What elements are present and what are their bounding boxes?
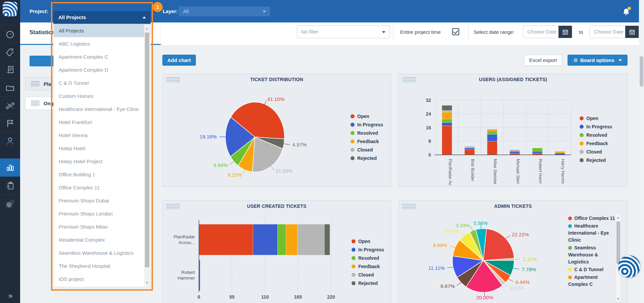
project-option[interactable]: Hotel Vienna (54, 129, 150, 142)
bar-segment[interactable] (442, 105, 452, 110)
sidebar-item-dashboard[interactable] (0, 25, 20, 43)
scroll-up-icon[interactable]: ▲ (616, 216, 620, 219)
notifications-bell-button[interactable] (622, 6, 632, 17)
project-option[interactable]: The Shepherd Hospital (54, 259, 150, 272)
project-option[interactable]: Hotel Frankfurt (54, 116, 150, 129)
dropdown-scrollbar[interactable]: ▲ ▼ (144, 24, 150, 287)
x-tick-label: 165 (294, 294, 302, 300)
x-tick-label: 0 (198, 294, 200, 300)
project-option[interactable]: C & D Tunnel (54, 76, 150, 89)
layer-select[interactable]: All (179, 6, 270, 16)
sidebar-item-plans[interactable] (0, 96, 20, 114)
bar-segment[interactable] (253, 224, 277, 255)
pie-percent-label: 20.00% (476, 295, 493, 300)
bar-segment[interactable] (487, 129, 497, 131)
project-option[interactable]: Residential Complex (54, 233, 150, 246)
sidebar-item-export[interactable] (0, 177, 20, 194)
bar-segment[interactable] (286, 224, 298, 255)
planradar-floating-logo[interactable] (618, 255, 640, 278)
legend-scrollbar-thumb[interactable] (616, 222, 620, 264)
bar-segment[interactable] (442, 126, 452, 155)
project-option[interactable]: Apartment Complex C (54, 50, 150, 63)
bar-segment[interactable] (487, 141, 497, 155)
sidebar-item-flags[interactable] (0, 114, 20, 132)
gear-icon: ⚙ (573, 57, 578, 63)
sidebar-item-settings[interactable] (0, 194, 20, 213)
x-category-label: Mike Steinbe (493, 159, 498, 184)
project-option[interactable]: Hotep Hotel Project (54, 155, 150, 168)
sidebar-item-users[interactable] (0, 132, 20, 150)
bar-segment[interactable] (532, 148, 542, 152)
bar-segment[interactable] (465, 150, 475, 155)
project-option[interactable]: Apartment Complex D (54, 63, 150, 76)
bar-segment[interactable] (465, 148, 475, 150)
project-option[interactable]: iOS project (54, 272, 150, 286)
project-option[interactable]: Healthcare International - Eye Clinic (54, 103, 150, 116)
pie-slice[interactable] (483, 229, 514, 261)
project-option[interactable]: Custom Homes (54, 89, 150, 103)
bar-segment[interactable] (555, 153, 565, 155)
bar-segment[interactable] (555, 152, 565, 153)
project-select-value: All Projects (58, 14, 86, 20)
calendar-button[interactable] (558, 26, 572, 38)
project-option[interactable]: Hotep Hotel (54, 142, 150, 155)
project-option[interactable]: Seamless Warehouse & Logistics (54, 246, 150, 259)
legend-dot-icon (580, 158, 584, 162)
page-scrollbar-thumb[interactable] (640, 56, 643, 86)
scroll-down-icon[interactable]: ▼ (616, 297, 620, 301)
date-to-input[interactable]: Choose Date (590, 25, 639, 38)
pie-percent-label: 6.67% (441, 283, 455, 289)
bar-segment[interactable] (442, 122, 452, 126)
bar-segment[interactable] (510, 152, 520, 153)
add-chart-button[interactable]: Add chart (162, 55, 196, 66)
project-select[interactable]: All Projects (53, 11, 151, 24)
bar-segment[interactable] (324, 224, 330, 255)
date-from-input[interactable]: Choose Date (523, 25, 572, 38)
bar-segment[interactable] (298, 224, 325, 255)
bar-segment[interactable] (442, 111, 452, 112)
board-options-button[interactable]: ⚙Board options (568, 55, 628, 66)
bar-segment[interactable] (487, 134, 497, 141)
dropdown-scrollbar-thumb[interactable] (145, 33, 149, 267)
project-option[interactable]: Premium Shops Dubai (54, 194, 150, 207)
bar-segment[interactable] (532, 152, 542, 153)
project-option[interactable]: ABC Logistics (54, 37, 150, 50)
project-option[interactable]: All Projects (54, 24, 150, 37)
sidebar: » (0, 0, 20, 303)
project-option[interactable]: Premium Shops Milan (54, 220, 150, 233)
sidebar-item-projects[interactable] (0, 78, 20, 97)
drag-handle-icon[interactable] (31, 81, 40, 86)
sidebar-item-reports[interactable] (0, 61, 20, 79)
pie-label-leader (513, 259, 520, 259)
drag-handle-icon[interactable] (31, 101, 40, 106)
bar-segment[interactable] (510, 153, 520, 155)
bar-segment[interactable] (278, 224, 286, 255)
calendar-button[interactable] (625, 26, 639, 38)
project-option[interactable]: Premium Shops London (54, 207, 150, 220)
pie-label-leader (457, 282, 462, 285)
planradar-logo[interactable] (3, 2, 17, 16)
excel-export-button[interactable]: Excel export (524, 55, 562, 66)
pie-label-leader (230, 161, 235, 165)
bar-segment[interactable] (465, 146, 475, 148)
bar-segment[interactable] (487, 131, 497, 134)
sidebar-collapse-button[interactable]: » (0, 292, 20, 300)
entire-project-time-checkbox[interactable] (452, 28, 459, 35)
bar-chart-icon (5, 163, 15, 172)
bar-segment[interactable] (442, 112, 452, 119)
filter-select[interactable]: No filter (297, 25, 390, 38)
legend-dot-icon (568, 224, 572, 228)
project-option[interactable]: Office Building 1 (54, 168, 150, 181)
pie-label-leader (270, 166, 274, 170)
bar-segment[interactable] (442, 119, 452, 122)
bar-segment[interactable] (532, 153, 542, 155)
scroll-down-icon[interactable]: ▼ (144, 281, 150, 285)
scroll-up-icon[interactable]: ▲ (144, 26, 150, 30)
sidebar-item-statistics[interactable] (0, 159, 20, 177)
bar-segment[interactable] (510, 150, 520, 152)
legend-scrollbar[interactable] (616, 215, 621, 301)
bar-segment[interactable] (199, 224, 253, 255)
project-option[interactable]: Office Complex 11 (54, 181, 150, 194)
sidebar-item-tags[interactable] (0, 43, 20, 61)
page-scrollbar[interactable] (639, 0, 644, 303)
